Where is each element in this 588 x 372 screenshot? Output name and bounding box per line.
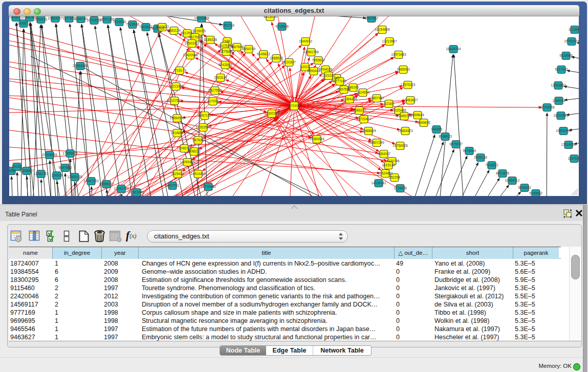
svg-text:9245662: 9245662 (529, 191, 542, 195)
svg-text:13716485: 13716485 (201, 185, 216, 188)
svg-text:1733426: 1733426 (394, 186, 407, 190)
svg-text:9218506: 9218506 (275, 25, 289, 28)
svg-text:1621022: 1621022 (322, 74, 335, 77)
svg-text:8813054: 8813054 (264, 16, 277, 18)
svg-text:8186328: 8186328 (204, 38, 217, 41)
svg-text:9327518: 9327518 (218, 44, 231, 48)
svg-text:252254: 252254 (389, 176, 400, 179)
svg-text:8242845: 8242845 (219, 63, 232, 67)
svg-text:15751074: 15751074 (564, 39, 579, 43)
svg-text:10958107: 10958107 (99, 182, 114, 186)
svg-text:6466160: 6466160 (74, 17, 88, 20)
svg-text:10688609: 10688609 (361, 129, 376, 133)
svg-text:7357224: 7357224 (221, 24, 234, 27)
svg-text:14914409: 14914409 (190, 172, 206, 176)
svg-text:12923448: 12923448 (129, 190, 144, 194)
svg-text:1588520: 1588520 (270, 56, 283, 60)
svg-text:587831: 587831 (192, 138, 204, 142)
svg-text:23495796: 23495796 (397, 114, 412, 118)
svg-text:8471676: 8471676 (496, 171, 509, 175)
svg-text:17957253: 17957253 (83, 179, 99, 183)
svg-text:9245652: 9245652 (518, 186, 531, 189)
svg-text:10025438: 10025438 (391, 108, 406, 112)
svg-text:18807249: 18807249 (369, 141, 384, 144)
svg-text:1916682: 1916682 (170, 131, 184, 135)
svg-text:6794028: 6794028 (319, 68, 332, 71)
svg-text:7515536: 7515536 (113, 20, 126, 24)
svg-text:9699644: 9699644 (411, 113, 424, 117)
svg-text:14136141: 14136141 (371, 181, 386, 185)
svg-text:7515546: 7515546 (126, 23, 139, 26)
svg-text:19756928: 19756928 (393, 144, 408, 147)
svg-text:10653267: 10653267 (48, 16, 63, 20)
svg-text:15692991: 15692991 (556, 129, 571, 133)
svg-text:1498222: 1498222 (187, 149, 201, 153)
svg-text:2903114: 2903114 (214, 76, 227, 79)
svg-text:7485003: 7485003 (397, 68, 410, 71)
svg-text:19654953: 19654953 (169, 116, 185, 120)
svg-text:7663822: 7663822 (156, 25, 169, 29)
svg-text:20053346: 20053346 (73, 64, 88, 68)
svg-text:1167533: 1167533 (568, 157, 579, 160)
svg-text:10654112: 10654112 (505, 179, 520, 182)
svg-text:3220307: 3220307 (282, 60, 296, 64)
svg-text:12905135: 12905135 (67, 175, 82, 179)
svg-text:21364436: 21364436 (342, 97, 357, 101)
svg-text:8938923: 8938923 (439, 135, 452, 138)
svg-text:1624554: 1624554 (356, 91, 369, 94)
svg-text:114519: 114519 (51, 173, 62, 177)
svg-text:16961758: 16961758 (303, 50, 319, 54)
svg-text:62015: 62015 (300, 65, 310, 69)
svg-text:12213303: 12213303 (168, 84, 184, 88)
svg-text:10107552: 10107552 (167, 99, 182, 102)
svg-text:1540910: 1540910 (299, 39, 312, 43)
svg-text:14099489: 14099489 (180, 160, 195, 164)
svg-text:11156827: 11156827 (19, 169, 34, 172)
svg-text:2718179: 2718179 (173, 69, 186, 72)
svg-text:19463627: 19463627 (403, 98, 418, 102)
svg-text:2935134: 2935134 (474, 156, 487, 159)
svg-text:17016504: 17016504 (561, 143, 576, 146)
svg-text:1405572: 1405572 (17, 21, 30, 25)
svg-text:16648754: 16648754 (446, 47, 461, 51)
svg-text:2087682: 2087682 (365, 16, 378, 20)
svg-text:2069141: 2069141 (34, 17, 48, 21)
svg-text:8267110: 8267110 (198, 114, 211, 117)
svg-text:18300295: 18300295 (264, 112, 279, 115)
svg-text:417004: 417004 (207, 99, 219, 103)
svg-text:9227342: 9227342 (555, 68, 568, 71)
svg-text:144095: 144095 (431, 127, 442, 131)
svg-text:1615132: 1615132 (382, 163, 395, 167)
svg-text:6879197: 6879197 (449, 142, 463, 146)
svg-text:9329966: 9329966 (559, 54, 573, 57)
svg-text:1875685: 1875685 (220, 50, 233, 53)
svg-text:9474444: 9474444 (463, 149, 476, 152)
svg-text:12213967: 12213967 (382, 39, 397, 43)
svg-text:19384554: 19384554 (309, 137, 324, 141)
svg-text:12942757: 12942757 (33, 172, 49, 176)
svg-text:32153958: 32153958 (539, 105, 555, 109)
svg-text:9860124: 9860124 (167, 29, 181, 32)
svg-text:16210643: 16210643 (553, 114, 569, 117)
svg-text:20206528: 20206528 (42, 153, 57, 157)
svg-text:14120746: 14120746 (384, 159, 400, 163)
svg-text:12975115: 12975115 (401, 83, 416, 86)
svg-text:48720407: 48720407 (356, 117, 372, 121)
svg-text:12353594: 12353594 (195, 125, 211, 129)
svg-text:9084067: 9084067 (377, 152, 390, 156)
svg-text:18724007: 18724007 (287, 104, 302, 107)
svg-text:62160: 62160 (384, 102, 394, 105)
svg-text:6497568: 6497568 (337, 87, 351, 91)
svg-text:9777169: 9777169 (333, 79, 346, 83)
svg-text:39152: 39152 (12, 165, 22, 168)
svg-text:19654923: 19654923 (398, 129, 413, 133)
svg-text:9397586: 9397586 (58, 166, 72, 169)
svg-text:9699695: 9699695 (417, 121, 430, 124)
svg-text:16053809: 16053809 (194, 16, 209, 20)
svg-text:10807487: 10807487 (369, 96, 384, 100)
svg-text:10973493: 10973493 (391, 53, 406, 56)
svg-text:8454749: 8454749 (242, 47, 255, 51)
svg-text:17359928: 17359928 (62, 151, 78, 155)
svg-text:9146821: 9146821 (257, 52, 270, 56)
svg-text:5226055: 5226055 (192, 29, 206, 33)
